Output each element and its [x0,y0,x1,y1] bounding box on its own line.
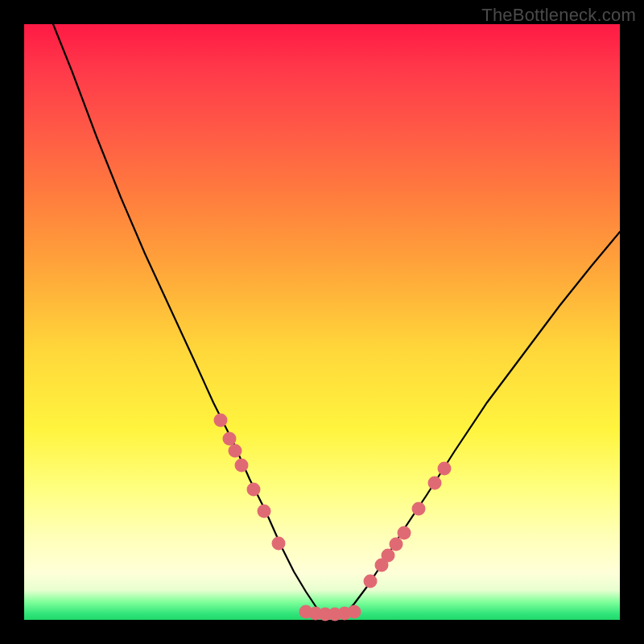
data-point [438,462,452,476]
data-point [258,505,271,518]
chart-frame: TheBottleneck.com [0,0,644,644]
data-point [214,414,228,427]
data-point [229,444,242,458]
data-point [412,502,426,516]
data-point [398,526,411,540]
data-point [382,549,395,563]
data-point [235,459,249,473]
data-point [348,605,361,619]
left-curve [53,24,320,613]
data-point [428,477,442,490]
data-point [272,537,286,551]
data-markers [214,414,452,621]
watermark-text: TheBottleneck.com [481,5,636,26]
data-point [247,483,261,497]
data-point [390,538,403,551]
curve-layer [24,24,620,620]
data-point [364,575,378,588]
data-point [223,432,237,446]
plot-area [24,24,620,620]
